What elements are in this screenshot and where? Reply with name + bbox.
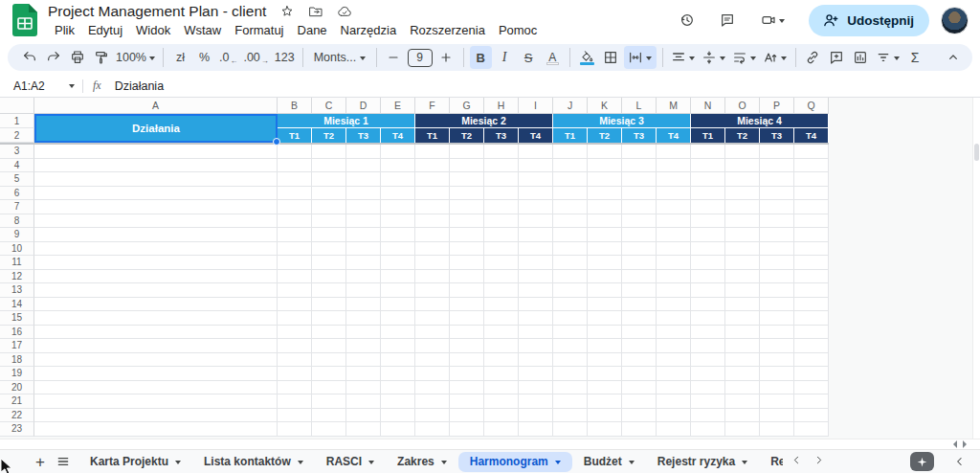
cell[interactable] xyxy=(346,270,381,284)
cell[interactable] xyxy=(657,256,691,270)
cell[interactable] xyxy=(312,353,346,368)
row-header-22[interactable]: 22 xyxy=(0,409,34,423)
cell[interactable] xyxy=(450,409,484,423)
cell[interactable] xyxy=(588,394,622,409)
cell[interactable] xyxy=(553,228,588,242)
cell[interactable] xyxy=(622,409,657,423)
menu-widok[interactable]: Widok xyxy=(129,22,177,38)
cell[interactable] xyxy=(588,339,622,353)
cell[interactable] xyxy=(381,172,415,187)
cell[interactable] xyxy=(278,326,312,340)
row-header-1[interactable]: 1 xyxy=(0,114,34,128)
cell[interactable] xyxy=(725,311,760,326)
cell[interactable] xyxy=(34,200,278,214)
text-wrap-button[interactable] xyxy=(730,46,759,69)
cell[interactable] xyxy=(312,409,346,423)
cell[interactable] xyxy=(278,270,312,284)
cell[interactable] xyxy=(553,311,588,326)
cell[interactable] xyxy=(588,326,622,340)
cell[interactable] xyxy=(657,228,691,242)
cell[interactable] xyxy=(622,367,657,381)
cell[interactable] xyxy=(278,409,312,423)
cell[interactable] xyxy=(519,242,553,257)
quarter-header-cell[interactable]: T1 xyxy=(415,128,450,143)
column-header-N[interactable]: N xyxy=(691,98,725,114)
cell[interactable] xyxy=(34,283,278,298)
month-header-cell[interactable]: Miesiąc 1 xyxy=(278,114,415,128)
functions-button[interactable]: Σ xyxy=(904,46,926,69)
strikethrough-button[interactable]: S xyxy=(518,46,540,69)
cell[interactable] xyxy=(415,256,450,270)
cell[interactable] xyxy=(415,228,450,242)
cell[interactable] xyxy=(278,339,312,353)
cell[interactable] xyxy=(725,367,760,381)
row-header-15[interactable]: 15 xyxy=(0,311,34,326)
row-header-19[interactable]: 19 xyxy=(0,367,34,381)
cell[interactable] xyxy=(622,172,657,187)
column-header-H[interactable]: H xyxy=(484,98,519,114)
cell[interactable] xyxy=(450,187,484,201)
insert-chart-icon[interactable] xyxy=(850,46,872,69)
cell[interactable] xyxy=(691,214,725,229)
row-header-21[interactable]: 21 xyxy=(0,394,34,409)
row-header-2[interactable]: 2 xyxy=(0,128,34,143)
tab-rejest-zmian[interactable]: Rejest zmian xyxy=(759,452,783,472)
print-icon[interactable] xyxy=(66,46,88,69)
cell[interactable] xyxy=(415,409,450,423)
cell[interactable] xyxy=(622,326,657,340)
cell[interactable] xyxy=(381,394,415,409)
cell[interactable] xyxy=(415,353,450,368)
row-header-8[interactable]: 8 xyxy=(0,214,34,229)
column-header-B[interactable]: B xyxy=(278,98,312,114)
quarter-header-cell[interactable]: T3 xyxy=(622,128,657,143)
cell[interactable] xyxy=(622,228,657,242)
percent-format-button[interactable]: % xyxy=(193,46,215,69)
cell[interactable] xyxy=(760,283,794,298)
cell[interactable] xyxy=(484,339,519,353)
cell[interactable] xyxy=(484,298,519,312)
row-header-10[interactable]: 10 xyxy=(0,242,34,257)
cell[interactable] xyxy=(484,242,519,257)
cell[interactable] xyxy=(519,145,553,159)
cell[interactable] xyxy=(760,145,794,159)
cell[interactable] xyxy=(34,187,278,201)
cell[interactable] xyxy=(415,422,450,437)
cell[interactable] xyxy=(450,367,484,381)
cell[interactable] xyxy=(519,159,553,173)
cell[interactable] xyxy=(484,311,519,326)
scroll-left-icon[interactable] xyxy=(949,440,957,448)
cell[interactable] xyxy=(381,256,415,270)
cell[interactable] xyxy=(450,172,484,187)
cell[interactable] xyxy=(588,214,622,229)
cell[interactable] xyxy=(415,200,450,214)
vertical-scrollbar[interactable] xyxy=(972,98,980,439)
cell[interactable] xyxy=(381,270,415,284)
cell[interactable] xyxy=(657,270,691,284)
cell[interactable] xyxy=(588,172,622,187)
cell[interactable] xyxy=(588,242,622,257)
cell[interactable] xyxy=(484,145,519,159)
cell[interactable] xyxy=(415,270,450,284)
cell[interactable] xyxy=(34,326,278,340)
cell[interactable] xyxy=(346,187,381,201)
cell[interactable] xyxy=(34,298,278,312)
insert-comment-icon[interactable] xyxy=(826,46,848,69)
menu-plik[interactable]: Plik xyxy=(48,22,81,38)
column-header-P[interactable]: P xyxy=(760,98,794,114)
cell[interactable] xyxy=(657,422,691,437)
cell[interactable] xyxy=(381,228,415,242)
cell[interactable] xyxy=(346,311,381,326)
cell[interactable] xyxy=(381,367,415,381)
cell[interactable] xyxy=(553,422,588,437)
menu-edytuj[interactable]: Edytuj xyxy=(81,22,129,38)
cell[interactable] xyxy=(657,311,691,326)
cell[interactable] xyxy=(657,200,691,214)
cell[interactable] xyxy=(381,298,415,312)
cell[interactable] xyxy=(588,298,622,312)
all-sheets-icon[interactable] xyxy=(52,451,75,472)
select-all-corner[interactable] xyxy=(0,98,34,114)
cell[interactable] xyxy=(450,228,484,242)
menu-formatuj[interactable]: Formatuj xyxy=(228,22,290,38)
cell[interactable] xyxy=(794,353,829,368)
cell[interactable] xyxy=(794,172,829,187)
